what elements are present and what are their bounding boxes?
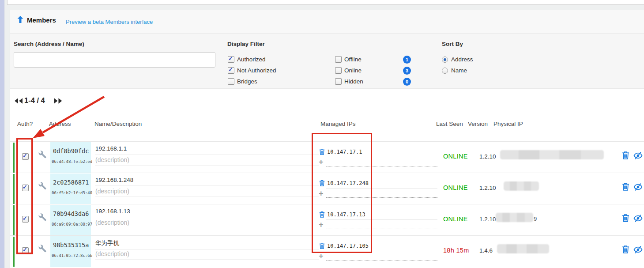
ip-underline [326,188,437,189]
member-mac: 06:f5:b2:1f:d5:40 [52,191,92,195]
delete-ip-icon[interactable] [319,148,325,155]
last-seen-status: ONLINE [443,153,468,160]
check-icon: ✓ [228,66,233,73]
address-cell: 98b535315a 06:41:05:72:8c:6b [50,236,91,267]
physical-ip-redacted [497,244,549,253]
next-page-icon[interactable] [54,98,63,104]
member-version: 1.2.10 [479,216,496,223]
online-count-badge: 3 [403,67,411,75]
online-checkbox[interactable]: ✓ [335,67,342,74]
physical-ip-visible-char: 9 [534,215,537,222]
settings-wrench-icon[interactable] [38,151,47,159]
auth-checkbox[interactable]: ✓ [22,247,29,254]
add-ip-input[interactable] [326,192,437,198]
search-input[interactable] [14,52,215,68]
delete-member-icon[interactable] [622,182,629,191]
auth-checkbox[interactable]: ✓ [22,153,29,160]
member-description-field[interactable]: (description) [95,156,319,166]
physical-ip-redacted [500,150,604,159]
sort-address-radio[interactable] [442,57,448,63]
authorized-checkbox[interactable]: ✓ [228,56,234,63]
member-mac: 06:41:05:72:8c:6b [52,253,92,258]
col-header-managed-ips: Managed IPs [320,121,356,127]
member-version: 1.2.10 [479,185,496,191]
check-icon: ✓ [228,55,233,62]
add-ip-icon[interactable]: + [319,189,324,198]
add-ip-icon[interactable]: + [319,158,324,167]
address-cell: 2c02586871 06:f5:b2:1f:d5:40 [50,174,91,204]
hidden-checkbox[interactable]: ✓ [335,78,342,85]
hidden-count-badge: 0 [403,78,411,86]
address-cell: 0df8b90fdc 06:d4:48:fe:b2:ed [50,142,91,173]
add-ip-input[interactable] [326,223,437,229]
managed-ip: 10.147.17.1 [327,149,362,155]
collapse-up-arrow-icon[interactable] [17,16,23,23]
member-address[interactable]: 98b535315a [53,242,89,249]
check-icon: ✓ [23,215,27,222]
left-sidebar-strip [0,0,4,268]
authorized-indicator [13,237,15,267]
hide-member-icon[interactable] [633,246,643,253]
member-version: 1.4.6 [479,247,493,254]
member-address[interactable]: 0df8b90fdc [53,147,89,155]
offline-checkbox[interactable]: ✓ [335,56,342,63]
page-title: Members [27,16,56,24]
authorized-label: Authorized [237,56,266,63]
pagination-range: 1-4 / 4 [24,96,45,105]
member-description-field[interactable]: (description) [95,250,319,260]
managed-ip: 10.147.17.13 [327,211,365,218]
member-version: 1.2.10 [479,153,496,160]
settings-wrench-icon[interactable] [38,182,47,190]
filter-section: Search (Address / Name) Display Filter ✓… [10,34,644,89]
member-name-field[interactable]: 192.168.1.248 [95,177,319,186]
hide-member-icon[interactable] [633,215,643,222]
add-ip-icon[interactable]: + [319,252,324,261]
member-name-field[interactable]: 192.168.1.13 [95,208,319,217]
delete-ip-icon[interactable] [319,180,325,186]
delete-member-icon[interactable] [622,151,629,159]
col-header-auth: Auth? [17,121,33,127]
beta-interface-link[interactable]: Preview a beta Members interface [66,19,153,25]
delete-ip-icon[interactable] [319,211,325,218]
bridges-checkbox[interactable]: ✓ [228,78,234,85]
col-header-last-seen: Last Seen [436,121,463,127]
delete-member-icon[interactable] [622,245,629,253]
search-label: Search (Address / Name) [14,41,84,47]
add-ip-icon[interactable]: + [319,220,324,230]
add-ip-input[interactable] [326,160,437,166]
delete-ip-icon[interactable] [319,242,325,249]
add-ip-input[interactable] [326,254,437,260]
col-header-version: Version [468,121,488,127]
sort-name-radio[interactable] [442,68,448,74]
physical-ip-redacted [504,181,539,191]
member-name-field[interactable]: 192.168.1.1 [95,145,319,155]
address-cell: 70b94d3da6 06:a9:09:0a:80:97 [50,205,91,236]
members-page: Members Preview a beta Members interface… [0,0,644,268]
not-authorized-checkbox[interactable]: ✓ [228,67,234,74]
auth-checkbox[interactable]: ✓ [22,216,29,223]
hide-member-icon[interactable] [633,183,643,191]
last-seen-status: ONLINE [443,184,468,191]
member-name-field[interactable]: 华为手机 [95,239,319,250]
settings-wrench-icon[interactable] [38,213,47,222]
member-mac: 06:a9:09:0a:80:97 [52,222,92,226]
col-header-name: Name/Description [94,121,142,127]
auth-checkbox[interactable]: ✓ [22,185,29,191]
hidden-label: Hidden [344,78,363,85]
managed-ip: 10.147.17.105 [327,243,369,249]
member-description-field[interactable]: (description) [95,219,319,228]
previous-page-icon[interactable] [14,98,23,104]
member-address[interactable]: 70b94d3da6 [53,210,89,217]
member-address[interactable]: 2c02586871 [53,179,89,186]
not-authorized-label: Not Authorized [237,67,276,74]
member-mac: 06:d4:48:fe:b2:ed [52,159,92,164]
settings-wrench-icon[interactable] [38,245,47,253]
col-header-address: Address [49,121,71,127]
member-description-field[interactable]: (description) [95,188,319,197]
display-filter-label: Display Filter [227,41,265,47]
online-label: Online [344,67,362,74]
member-row: ✓ 0df8b90fdc 06:d4:48:fe:b2:ed 192.168.1… [10,141,644,173]
hide-member-icon[interactable] [633,152,643,159]
delete-member-icon[interactable] [622,214,629,222]
authorized-indicator [13,174,15,204]
